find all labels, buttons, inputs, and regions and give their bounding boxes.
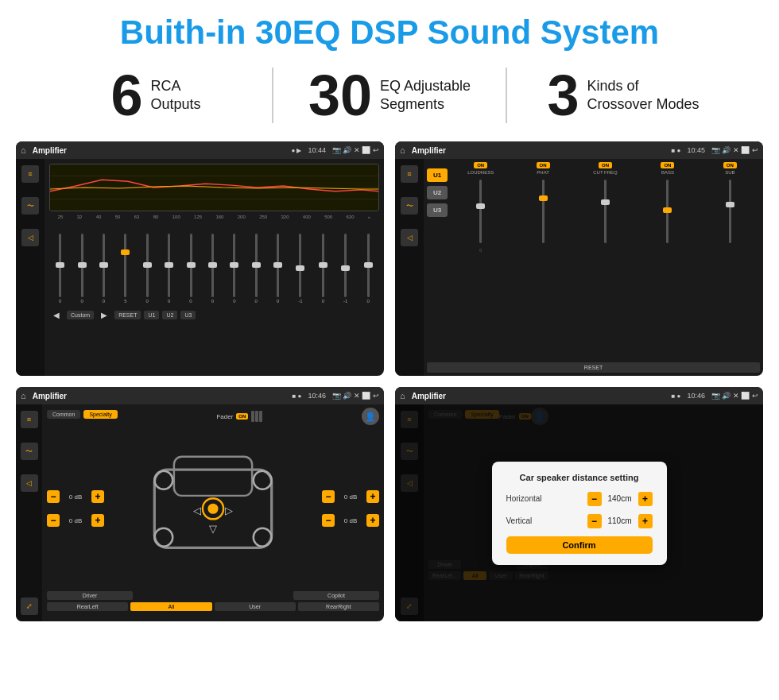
fader-tabs: Common Specialty	[47, 410, 118, 419]
user-avatar[interactable]: 👤	[362, 408, 379, 425]
stat-number-rca: 6	[110, 67, 142, 124]
wave-icon-2[interactable]: 〜	[401, 197, 418, 215]
eq-slider-5[interactable]: 0	[146, 234, 149, 304]
vol-value-fl: 0 dB	[64, 493, 87, 501]
eq-slider-4[interactable]: 5	[124, 234, 126, 304]
eq-slider-14[interactable]: -1	[343, 234, 347, 304]
stat-number-crossover: 3	[547, 67, 579, 124]
btn-all[interactable]: All	[130, 602, 211, 611]
horizontal-plus-btn[interactable]: +	[638, 492, 653, 506]
speaker-distance-dialog: Car speaker distance setting Horizontal …	[492, 462, 667, 565]
vol-minus-fr[interactable]: −	[322, 490, 335, 503]
btn-rearleft[interactable]: RearLeft	[47, 602, 128, 611]
home-icon-4[interactable]: ⌂	[400, 391, 405, 400]
expand-icon-3[interactable]: ⤢	[21, 598, 38, 615]
eq-icon-2[interactable]: ≡	[401, 165, 418, 183]
wave-icon-3[interactable]: 〜	[21, 443, 38, 460]
btn-driver[interactable]: Driver	[47, 591, 133, 600]
vol-minus-fl[interactable]: −	[47, 490, 60, 503]
loudness-on-btn[interactable]: ON	[474, 162, 487, 168]
eq-slider-8[interactable]: 0	[211, 234, 214, 304]
sub-on-btn[interactable]: ON	[723, 162, 737, 168]
vol-value-rl: 0 dB	[64, 517, 87, 524]
speaker-icon-2[interactable]: ◁	[401, 229, 418, 246]
eq-slider-10[interactable]: 0	[255, 234, 258, 304]
stat-eq: 30 EQ Adjustable Segments	[281, 67, 498, 124]
eq-chart	[49, 164, 379, 211]
eq-slider-7[interactable]: 0	[189, 234, 192, 304]
home-icon-3[interactable]: ⌂	[21, 391, 26, 400]
vol-minus-rr[interactable]: −	[322, 514, 335, 527]
speaker-icon-3[interactable]: ◁	[21, 474, 38, 492]
screen4-icons: 📷 🔊 ✕ ⬜ ↩	[711, 392, 758, 400]
vertical-plus-btn[interactable]: +	[638, 514, 653, 528]
tab-specialty[interactable]: Specialty	[83, 410, 117, 419]
eq-prev-button[interactable]: ◀	[49, 309, 64, 321]
bass-on-btn[interactable]: ON	[661, 162, 674, 168]
eq-u3-button[interactable]: U3	[180, 311, 196, 319]
vol-value-fr: 0 dB	[339, 493, 362, 501]
phat-on-btn[interactable]: ON	[537, 162, 550, 168]
eq-icon[interactable]: ≡	[21, 165, 39, 183]
vol-row-fl: − 0 dB +	[47, 490, 104, 503]
stat-text-crossover-2: Crossover Modes	[587, 95, 700, 114]
fader-top-row: Common Specialty Fader ON 👤	[47, 408, 379, 425]
vertical-minus-btn[interactable]: −	[587, 514, 602, 528]
btn-copilot[interactable]: Copilot	[293, 591, 379, 600]
vol-minus-rl[interactable]: −	[47, 514, 60, 527]
car-diagram-area: ◁ ▷ ▽	[109, 429, 317, 589]
eq-slider-13[interactable]: 0	[322, 234, 324, 304]
screen2-sidebar: ≡ 〜 ◁	[395, 159, 424, 376]
eq-next-button[interactable]: ▶	[97, 309, 111, 321]
confirm-button[interactable]: Confirm	[506, 536, 653, 554]
vol-plus-fl[interactable]: +	[91, 490, 104, 503]
speaker-icon[interactable]: ◁	[21, 229, 39, 246]
screen2-icons: 📷 🔊 ✕ ⬜ ↩	[711, 146, 758, 154]
eq-custom-button[interactable]: Custom	[67, 311, 94, 319]
eq-icon-3[interactable]: ≡	[21, 411, 38, 428]
btn-rearright[interactable]: RearRight	[298, 602, 379, 611]
svg-text:◁: ◁	[193, 505, 201, 516]
eq-slider-9[interactable]: 0	[233, 234, 235, 304]
vol-plus-rl[interactable]: +	[91, 514, 104, 527]
eq-main-area: 25 32 40 50 63 80 100 125 160 200 250 32…	[45, 159, 384, 376]
cutfreq-on-btn[interactable]: ON	[599, 162, 612, 168]
dialog-overlay: Car speaker distance setting Horizontal …	[395, 404, 763, 621]
screen1-time: 10:44	[308, 146, 326, 154]
eq-u1-button[interactable]: U1	[144, 311, 159, 319]
stat-text-crossover-1: Kinds of	[587, 77, 700, 95]
vertical-row: Vertical − 110cm +	[506, 514, 653, 528]
svg-text:▷: ▷	[225, 505, 233, 516]
left-vol-controls: − 0 dB + − 0 dB +	[47, 429, 104, 589]
home-icon[interactable]: ⌂	[21, 145, 26, 155]
loudness-label: LOUDNESS	[467, 170, 494, 175]
u1-btn[interactable]: U1	[427, 168, 448, 182]
svg-point-8	[154, 471, 172, 489]
vol-plus-fr[interactable]: +	[366, 490, 379, 503]
eq-slider-2[interactable]: 0	[80, 234, 83, 304]
eq-slider-11[interactable]: 0	[277, 234, 279, 304]
home-icon-2[interactable]: ⌂	[400, 145, 405, 155]
amp-reset-button[interactable]: RESET	[427, 362, 760, 373]
eq-slider-3[interactable]: 0	[103, 234, 105, 304]
screen3-topbar: ⌂ Amplifier ■ ● 10:46 📷 🔊 ✕ ⬜ ↩	[16, 387, 384, 404]
horizontal-minus-btn[interactable]: −	[587, 492, 602, 506]
amp-bass-channel: ON BASS	[638, 162, 697, 253]
vol-plus-rr[interactable]: +	[366, 514, 379, 527]
vertical-ctrl: − 110cm +	[587, 514, 653, 528]
eq-u2-button[interactable]: U2	[162, 311, 177, 319]
stat-text-eq-2: Segments	[380, 95, 471, 114]
eq-reset-button[interactable]: RESET	[114, 311, 141, 319]
wave-icon[interactable]: 〜	[21, 197, 39, 215]
eq-slider-15[interactable]: 0	[366, 234, 369, 304]
tab-common[interactable]: Common	[47, 410, 80, 419]
fader-control-row: Fader ON	[216, 411, 262, 422]
u2-btn[interactable]: U2	[427, 186, 448, 199]
eq-slider-12[interactable]: -1	[298, 234, 302, 304]
btn-user[interactable]: User	[215, 602, 296, 611]
u3-btn[interactable]: U3	[427, 203, 448, 217]
eq-slider-6[interactable]: 0	[168, 234, 170, 304]
dots-icon: ■ ●	[293, 393, 302, 400]
fader-on-badge[interactable]: ON	[236, 413, 248, 420]
eq-slider-1[interactable]: 0	[59, 234, 61, 304]
